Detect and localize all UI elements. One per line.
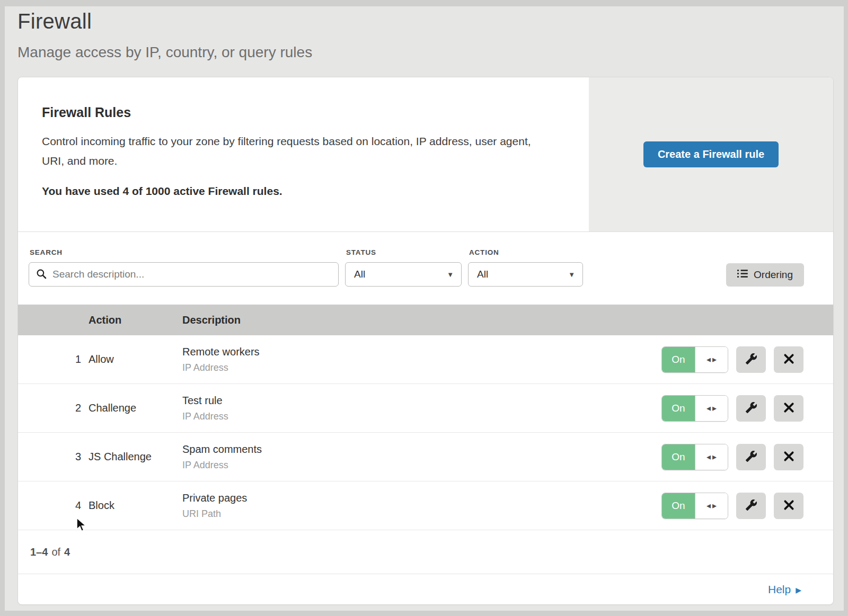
pagination-of: of	[51, 546, 60, 558]
search-label: SEARCH	[30, 248, 339, 256]
rule-match-type: IP Address	[182, 460, 661, 471]
column-header-action: Action	[89, 314, 182, 326]
help-link[interactable]: Help ▶	[768, 583, 801, 596]
list-ordering-icon	[737, 269, 748, 281]
rule-enabled-toggle[interactable]: On ◂▸	[661, 346, 728, 373]
table-row: 3 JS Challenge Spam comments IP Address …	[18, 432, 833, 481]
table-row: 4 Block Private pages URI Path On ◂▸	[18, 481, 833, 530]
close-icon	[783, 499, 794, 512]
edit-rule-button[interactable]	[736, 346, 766, 373]
page-subtitle: Manage access by IP, country, or query r…	[17, 44, 844, 61]
pagination-range: 1–4	[30, 546, 48, 558]
rule-action: Block	[89, 499, 182, 512]
status-select-value: All	[354, 269, 365, 280]
rule-priority: 4	[18, 499, 89, 512]
rule-description-cell: Test rule IP Address	[182, 395, 661, 422]
rule-action: Allow	[89, 353, 182, 365]
rules-description: Control incoming traffic to your zone by…	[42, 132, 545, 171]
action-select[interactable]: All ▼	[468, 262, 583, 287]
ordering-button-label: Ordering	[754, 269, 793, 281]
table-header: Action Description	[18, 305, 833, 335]
help-link-label: Help	[768, 583, 791, 596]
table-row: 1 Allow Remote workers IP Address On ◂▸	[18, 335, 833, 383]
delete-rule-button[interactable]	[774, 395, 803, 422]
wrench-icon	[745, 353, 757, 367]
rule-description: Test rule	[182, 395, 661, 407]
action-label: ACTION	[469, 248, 583, 256]
edit-rule-button[interactable]	[736, 493, 766, 519]
rule-action: Challenge	[89, 402, 182, 414]
page: Firewall Manage access by IP, country, o…	[5, 6, 844, 611]
close-icon	[783, 353, 794, 366]
delete-rule-button[interactable]	[774, 493, 803, 519]
create-firewall-rule-button[interactable]: Create a Firewall rule	[643, 141, 779, 167]
status-filter-group: STATUS All ▼	[345, 248, 462, 287]
rules-header-section: Firewall Rules Control incoming traffic …	[18, 77, 833, 232]
table-row: 2 Challenge Test rule IP Address On ◂▸	[18, 383, 833, 432]
status-select[interactable]: All ▼	[345, 262, 462, 287]
rule-description: Private pages	[182, 492, 661, 504]
ordering-button[interactable]: Ordering	[726, 263, 804, 287]
wrench-icon	[745, 450, 757, 464]
toggle-arrows-icon: ◂▸	[695, 493, 728, 519]
toggle-arrows-icon: ◂▸	[695, 347, 728, 372]
toggle-arrows-icon: ◂▸	[695, 444, 728, 470]
rule-controls: On ◂▸	[661, 395, 833, 422]
rule-match-type: IP Address	[182, 411, 661, 422]
rule-match-type: IP Address	[182, 362, 661, 373]
rule-controls: On ◂▸	[661, 493, 833, 519]
toggle-on-label: On	[662, 347, 695, 372]
rule-description: Spam comments	[182, 443, 661, 456]
rules-header-text: Firewall Rules Control incoming traffic …	[18, 77, 589, 231]
delete-rule-button[interactable]	[774, 444, 803, 470]
action-select-value: All	[477, 269, 488, 280]
rule-enabled-toggle[interactable]: On ◂▸	[661, 444, 728, 470]
action-filter-group: ACTION All ▼	[468, 248, 583, 287]
rule-enabled-toggle[interactable]: On ◂▸	[661, 493, 728, 519]
page-header: Firewall Manage access by IP, country, o…	[5, 6, 844, 61]
card-footer: Help ▶	[18, 574, 833, 604]
toggle-on-label: On	[662, 396, 695, 421]
page-title: Firewall	[17, 10, 844, 33]
toggle-arrows-icon: ◂▸	[695, 396, 728, 421]
wrench-icon	[745, 499, 757, 513]
toggle-on-label: On	[662, 493, 695, 519]
table-body: 1 Allow Remote workers IP Address On ◂▸	[18, 335, 833, 530]
rule-description-cell: Spam comments IP Address	[182, 443, 661, 471]
search-input[interactable]	[29, 262, 339, 287]
toggle-on-label: On	[662, 444, 695, 470]
pagination-total: 4	[64, 546, 70, 558]
search-box	[29, 262, 339, 287]
rule-enabled-toggle[interactable]: On ◂▸	[661, 395, 728, 422]
rule-priority: 2	[18, 402, 89, 414]
close-icon	[783, 402, 794, 415]
search-filter-group: SEARCH	[29, 248, 339, 287]
rule-controls: On ◂▸	[661, 346, 833, 373]
edit-rule-button[interactable]	[736, 395, 766, 422]
column-header-description: Description	[182, 314, 833, 326]
rule-match-type: URI Path	[182, 508, 661, 520]
rule-description-cell: Remote workers IP Address	[182, 346, 661, 373]
pagination: 1–4 of 4	[18, 530, 833, 574]
filter-bar: SEARCH STATUS All ▼ ACTION All	[18, 232, 833, 305]
rule-priority: 1	[18, 353, 89, 365]
rule-action: JS Challenge	[89, 451, 182, 463]
rule-description-cell: Private pages URI Path	[182, 492, 661, 520]
wrench-icon	[745, 401, 757, 415]
close-icon	[783, 451, 794, 463]
create-rule-panel: Create a Firewall rule	[589, 77, 833, 231]
firewall-rules-card: Firewall Rules Control incoming traffic …	[17, 77, 834, 605]
status-label: STATUS	[346, 248, 462, 256]
rule-description: Remote workers	[182, 346, 661, 358]
chevron-down-icon: ▼	[447, 271, 454, 279]
delete-rule-button[interactable]	[774, 346, 803, 373]
rules-title: Firewall Rules	[42, 105, 568, 120]
chevron-down-icon: ▼	[568, 271, 575, 279]
arrow-right-icon: ▶	[796, 585, 801, 594]
rules-usage-count: You have used 4 of 1000 active Firewall …	[42, 185, 568, 198]
rule-priority: 3	[18, 451, 89, 463]
rule-controls: On ◂▸	[661, 444, 833, 470]
edit-rule-button[interactable]	[736, 444, 766, 470]
